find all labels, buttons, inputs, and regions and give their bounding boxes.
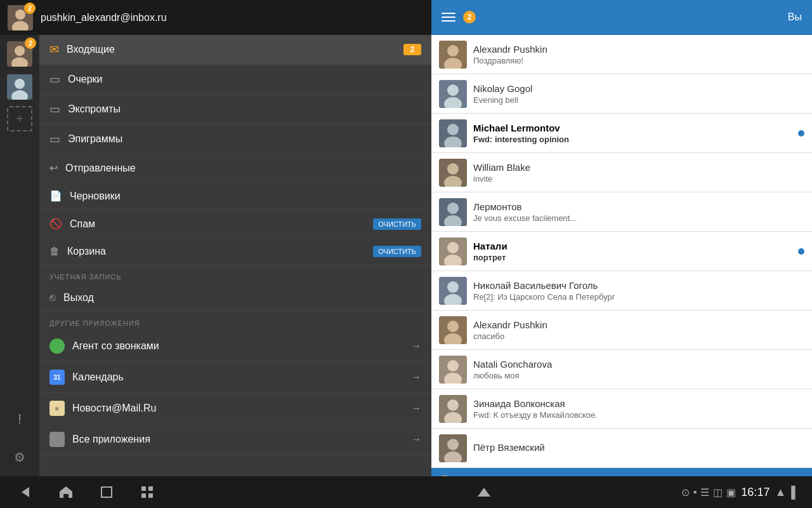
top-bar: 2 pushkin_alexandr@inbox.ru 2 Вы: [0, 0, 812, 35]
sidebar-avatar-img-2: [7, 74, 32, 100]
email-item-3[interactable]: Michael Lermontov Fwd: interesting opini…: [431, 114, 812, 153]
email-sender-2: Nikolay Gogol: [473, 83, 804, 94]
folder-name-drafts: Черновики: [70, 190, 421, 202]
email-item-1[interactable]: Alexandr Pushkin Поздравляю!: [431, 35, 812, 74]
app-name-agent: Агент со звонками: [72, 340, 403, 352]
trash-icon: 🗑: [49, 246, 60, 257]
app-item-news[interactable]: ≡ Новости@Mail.Ru →: [39, 393, 431, 424]
top-bar-left: 2 pushkin_alexandr@inbox.ru: [0, 0, 431, 35]
email-avatar-7: [439, 277, 467, 305]
email-sender-5: Лермонтов: [473, 201, 804, 212]
folder-name-trash: Корзина: [67, 246, 365, 257]
back-button[interactable]: [13, 479, 38, 505]
logout-icon: ⎋: [49, 292, 56, 304]
add-account-button[interactable]: +: [7, 106, 32, 131]
app-name-calendar: Календарь: [72, 371, 403, 383]
folder-name-inbox: Входящие: [67, 44, 396, 55]
sidebar-avatar-1[interactable]: 2: [6, 40, 34, 68]
external-link-icon-agent: →: [411, 340, 421, 352]
battery-icon: ▪: [693, 486, 697, 498]
email-sender-9: Natali Goncharova: [473, 359, 804, 370]
email-item-11[interactable]: Пётр Вяземский: [431, 429, 812, 468]
exclamation-icon: !: [18, 411, 22, 427]
folder-item-spam[interactable]: 🚫 Спам ОЧИСТИТЬ: [39, 210, 431, 238]
home-button[interactable]: [53, 479, 79, 505]
email-sender-10: Зинаида Волконская: [473, 398, 804, 409]
email-list: Alexandr Pushkin Поздравляю! Nikolay Gog…: [431, 35, 812, 476]
screenshot-icon: ◫: [713, 486, 723, 498]
email-subject-3: Fwd: interesting opinion: [473, 135, 792, 144]
email-body-9: Natali Goncharova любовь моя: [473, 359, 804, 380]
email-item-6[interactable]: Натали портрет: [431, 232, 812, 271]
email-subject-8: спасибо: [473, 331, 804, 341]
agent-icon: [49, 338, 65, 354]
allapps-icon: [49, 432, 65, 447]
app-item-agent[interactable]: Агент со звонками →: [39, 331, 431, 362]
signal-icon: ▌: [791, 486, 799, 499]
folder-item-inbox[interactable]: ✉ Входящие 2: [39, 35, 431, 65]
email-avatar-3: [439, 119, 467, 147]
email-body-10: Зинаида Волконская Fwd: К отъезду в Миха…: [473, 398, 804, 420]
email-item-9[interactable]: Natali Goncharova любовь моя: [431, 350, 812, 389]
sidebar-icons: 2 + ! ⚙: [0, 35, 39, 476]
email-search-bar: 🔍: [431, 468, 812, 476]
email-item-2[interactable]: Nikolay Gogol Evening bell: [431, 74, 812, 114]
folder-item-trash[interactable]: 🗑 Корзина ОЧИСТИТЬ: [39, 238, 431, 265]
trash-clean-button[interactable]: ОЧИСТИТЬ: [373, 246, 421, 257]
folder-name-sent: Отправленные: [65, 163, 421, 174]
folder-item-impromptu[interactable]: ▭ Экспромты: [39, 95, 431, 124]
account-section-label: УЧЕТНАЯ ЗАПИСЬ: [39, 265, 431, 284]
folder-item-logout[interactable]: ⎋ Выход: [39, 284, 431, 312]
spam-clean-button[interactable]: ОЧИСТИТЬ: [373, 218, 421, 230]
email-sender-1: Alexandr Pushkin: [473, 44, 804, 55]
email-sender-8: Alexandr Pushkin: [473, 319, 804, 330]
email-item-5[interactable]: Лермонтов Je vous excuse facilement...: [431, 192, 812, 232]
recent-apps-button[interactable]: [94, 479, 119, 505]
scroll-up-button[interactable]: [471, 479, 497, 505]
calendar-icon: 31: [49, 370, 65, 385]
draft-icon: 📄: [49, 190, 62, 202]
svg-point-31: [447, 321, 459, 332]
email-avatar-11: [439, 434, 467, 462]
email-item-10[interactable]: Зинаида Волконская Fwd: К отъезду в Миха…: [431, 389, 812, 429]
svg-point-13: [447, 84, 459, 96]
folder-name-epigrams: Эпиграммы: [68, 133, 421, 145]
folder-item-essays[interactable]: ▭ Очерки: [39, 65, 431, 95]
notifications-button[interactable]: !: [6, 405, 34, 433]
system-icons: ⊙ ▪ ☰ ◫ ▣: [681, 486, 737, 498]
menu-icon[interactable]: [442, 13, 455, 22]
sidebar-avatar-2[interactable]: [6, 73, 34, 101]
external-link-icon-allapps: →: [411, 434, 421, 445]
avatar-badge-count: 2: [24, 3, 36, 14]
svg-point-19: [447, 163, 459, 175]
folder-name-impromptu: Экспромты: [68, 104, 421, 115]
svg-point-1: [15, 10, 25, 20]
settings-button[interactable]: ⚙: [6, 443, 34, 471]
email-body-2: Nikolay Gogol Evening bell: [473, 83, 804, 105]
email-item-8[interactable]: Alexandr Pushkin спасибо: [431, 311, 812, 350]
user-avatar-badge[interactable]: 2: [8, 5, 33, 30]
svg-marker-43: [60, 486, 72, 498]
grid-button[interactable]: [134, 479, 160, 505]
folder-item-epigrams[interactable]: ▭ Эпиграммы: [39, 124, 431, 154]
folder-name-essays: Очерки: [68, 74, 421, 85]
svg-point-4: [15, 46, 25, 56]
email-item-4[interactable]: William Blake invite: [431, 153, 812, 192]
app-item-calendar[interactable]: 31 Календарь →: [39, 362, 431, 393]
news-icon: ≡: [49, 401, 65, 416]
email-avatar-4: [439, 159, 467, 187]
email-item-7[interactable]: Николай Васильевич Гоголь Re[2]: Из Царс…: [431, 271, 812, 311]
external-link-icon-news: →: [411, 403, 421, 414]
svg-point-7: [15, 79, 25, 89]
plus-icon: +: [16, 112, 23, 126]
app-item-allapps[interactable]: Все приложения →: [39, 424, 431, 455]
email-subject-4: invite: [473, 174, 804, 184]
email-avatar-8: [439, 316, 467, 344]
folder-item-sent[interactable]: ↩ Отправленные: [39, 154, 431, 182]
user-email: pushkin_alexandr@inbox.ru: [41, 12, 167, 23]
folder-item-drafts[interactable]: 📄 Черновики: [39, 182, 431, 210]
image-icon: ▣: [726, 486, 736, 498]
folder-name-spam: Спам: [70, 218, 365, 230]
svg-point-10: [447, 45, 459, 57]
email-body-5: Лермонтов Je vous excuse facilement...: [473, 201, 804, 223]
